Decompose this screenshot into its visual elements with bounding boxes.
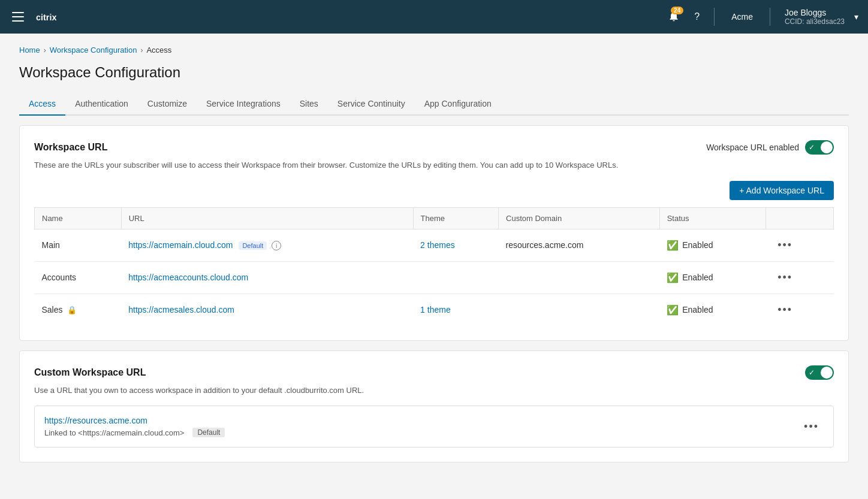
breadcrumb: Home › Workspace Configuration › Access bbox=[19, 46, 849, 55]
main-default-badge: Default bbox=[239, 241, 267, 250]
svg-text:citrix: citrix bbox=[36, 13, 56, 22]
row-main-theme: 2 themes bbox=[413, 229, 498, 261]
custom-url-description: Use a URL that you own to access workspa… bbox=[34, 385, 834, 397]
hamburger-button[interactable] bbox=[10, 10, 26, 24]
user-menu-button[interactable]: ▾ bbox=[854, 12, 858, 22]
help-button[interactable]: ? bbox=[689, 9, 704, 25]
row-main-actions: ••• bbox=[765, 229, 833, 261]
main-themes-link[interactable]: 2 themes bbox=[420, 240, 455, 250]
custom-url-box: https://resources.acme.com Linked to <ht… bbox=[34, 406, 834, 447]
custom-url-meta: Linked to <https://acmemain.cloud.com> D… bbox=[44, 428, 799, 437]
row-sales-actions: ••• bbox=[765, 294, 833, 326]
table-row: Accounts https://acmeaccounts.cloud.com … bbox=[35, 261, 834, 294]
accounts-url-link[interactable]: https://acmeaccounts.cloud.com bbox=[128, 273, 248, 282]
custom-url-default-tag: Default bbox=[192, 428, 225, 437]
accounts-status-text: Enabled bbox=[682, 273, 713, 282]
row-accounts-name: Accounts bbox=[35, 261, 122, 294]
col-status: Status bbox=[659, 207, 765, 229]
tab-authentication[interactable]: Authentication bbox=[65, 93, 138, 116]
row-sales-status: ✅ Enabled bbox=[659, 294, 765, 326]
main-content: Home › Workspace Configuration › Access … bbox=[0, 34, 868, 474]
notifications-button[interactable]: 24 bbox=[663, 8, 685, 26]
row-accounts-actions: ••• bbox=[765, 261, 833, 294]
col-theme: Theme bbox=[413, 207, 498, 229]
tab-service-integrations[interactable]: Service Integrations bbox=[197, 93, 290, 116]
user-name: Joe Bloggs bbox=[785, 8, 826, 17]
sales-url-link[interactable]: https://acmesales.cloud.com bbox=[128, 305, 234, 314]
workspace-url-table: Name URL Theme Custom Domain Status Main… bbox=[34, 207, 834, 326]
custom-url-toggle[interactable]: ✓ bbox=[805, 365, 834, 380]
nav-divider bbox=[714, 8, 715, 26]
row-sales-custom-domain bbox=[499, 294, 660, 326]
main-status-icon: ✅ bbox=[667, 240, 679, 251]
page-title: Workspace Configuration bbox=[19, 64, 849, 81]
user-info: Joe Bloggs CCID: ali3edsac23 bbox=[780, 8, 849, 26]
breadcrumb-home[interactable]: Home bbox=[19, 46, 40, 55]
col-url: URL bbox=[121, 207, 413, 229]
col-name: Name bbox=[35, 207, 122, 229]
add-workspace-url-button[interactable]: + Add Workspace URL bbox=[730, 181, 834, 200]
accounts-status-icon: ✅ bbox=[667, 272, 679, 283]
row-main-custom-domain: resources.acme.com bbox=[499, 229, 660, 261]
main-url-link[interactable]: https://acmemain.cloud.com bbox=[128, 240, 233, 250]
row-sales-name: Sales 🔒 bbox=[35, 294, 122, 326]
breadcrumb-workspace-config[interactable]: Workspace Configuration bbox=[50, 46, 137, 55]
tab-service-continuity[interactable]: Service Continuity bbox=[328, 93, 415, 116]
svg-rect-2 bbox=[12, 20, 24, 22]
col-custom-domain: Custom Domain bbox=[499, 207, 660, 229]
row-main-name: Main bbox=[35, 229, 122, 261]
row-accounts-custom-domain bbox=[499, 261, 660, 294]
row-accounts-status: ✅ Enabled bbox=[659, 261, 765, 294]
tab-customize[interactable]: Customize bbox=[138, 93, 197, 116]
row-main-status: ✅ Enabled bbox=[659, 229, 765, 261]
tab-access[interactable]: Access bbox=[19, 93, 65, 116]
notification-badge: 24 bbox=[671, 7, 683, 14]
custom-url-more-button[interactable]: ••• bbox=[799, 418, 824, 436]
main-info-icon[interactable]: i bbox=[272, 241, 281, 250]
custom-url-link[interactable]: https://resources.acme.com bbox=[44, 416, 799, 425]
row-accounts-theme bbox=[413, 261, 498, 294]
citrix-logo: citrix bbox=[36, 10, 84, 24]
custom-url-linked-text: Linked to <https://acmemain.cloud.com> bbox=[44, 428, 184, 437]
table-row: Sales 🔒 https://acmesales.cloud.com 1 th… bbox=[35, 294, 834, 326]
sales-status-icon: ✅ bbox=[667, 304, 679, 316]
sales-themes-link[interactable]: 1 theme bbox=[420, 305, 451, 314]
main-more-button[interactable]: ••• bbox=[773, 237, 797, 254]
col-actions bbox=[765, 207, 833, 229]
workspace-url-description: These are the URLs your subscriber will … bbox=[34, 159, 834, 171]
row-sales-theme: 1 theme bbox=[413, 294, 498, 326]
tab-app-configuration[interactable]: App Configuration bbox=[415, 93, 501, 116]
sales-more-button[interactable]: ••• bbox=[773, 301, 797, 319]
tab-sites[interactable]: Sites bbox=[290, 93, 328, 116]
accounts-more-button[interactable]: ••• bbox=[773, 269, 797, 286]
nav-divider-2 bbox=[770, 8, 770, 26]
workspace-url-toggle-container: Workspace URL enabled ✓ bbox=[706, 140, 834, 155]
svg-rect-0 bbox=[12, 12, 24, 13]
topnav: citrix 24 ? Acme Joe Bloggs CCID: ali3ed… bbox=[0, 0, 868, 34]
tabs-bar: Access Authentication Customize Service … bbox=[19, 93, 849, 116]
workspace-url-panel: Workspace URL Workspace URL enabled ✓ Th… bbox=[19, 125, 849, 341]
breadcrumb-sep-2: › bbox=[140, 46, 143, 55]
workspace-url-toggle-label: Workspace URL enabled bbox=[706, 143, 799, 152]
user-ccid: CCID: ali3edsac23 bbox=[785, 17, 845, 26]
workspace-url-toggle[interactable]: ✓ bbox=[805, 140, 834, 155]
sales-status-text: Enabled bbox=[682, 305, 713, 314]
svg-rect-1 bbox=[12, 16, 24, 17]
workspace-url-title: Workspace URL bbox=[34, 142, 107, 153]
custom-url-title: Custom Workspace URL bbox=[34, 367, 146, 378]
breadcrumb-current: Access bbox=[146, 46, 171, 55]
acme-label: Acme bbox=[724, 12, 760, 22]
breadcrumb-sep-1: › bbox=[44, 46, 46, 55]
row-sales-url: https://acmesales.cloud.com bbox=[121, 294, 413, 326]
row-main-url: https://acmemain.cloud.com Default i bbox=[121, 229, 413, 261]
custom-workspace-url-panel: Custom Workspace URL ✓ Use a URL that yo… bbox=[19, 350, 849, 463]
main-status-text: Enabled bbox=[682, 240, 713, 250]
table-row: Main https://acmemain.cloud.com Default … bbox=[35, 229, 834, 261]
row-accounts-url: https://acmeaccounts.cloud.com bbox=[121, 261, 413, 294]
sales-lock-icon: 🔒 bbox=[67, 306, 77, 314]
